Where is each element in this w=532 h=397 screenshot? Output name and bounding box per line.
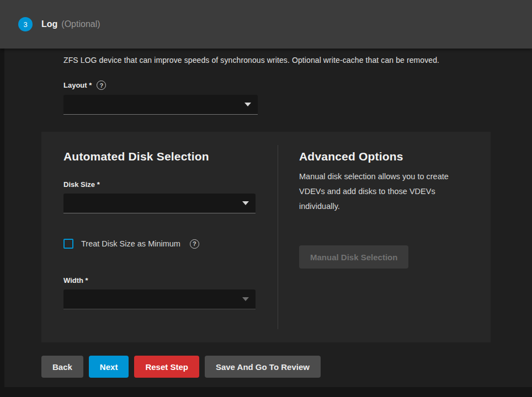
width-select[interactable] bbox=[63, 289, 256, 309]
width-label: Width * bbox=[63, 276, 88, 285]
manual-disk-selection-button[interactable]: Manual Disk Selection bbox=[299, 245, 408, 269]
width-label-row: Width * bbox=[63, 276, 256, 285]
step-actions: Back Next Reset Step Save And Go To Revi… bbox=[41, 356, 491, 378]
disk-size-label: Disk Size * bbox=[63, 180, 100, 189]
advanced-options-description: Manual disk selection allows you to crea… bbox=[299, 169, 469, 213]
layout-field: Layout * ? bbox=[63, 81, 258, 115]
layout-select[interactable] bbox=[63, 95, 258, 115]
advanced-options-panel: Advanced Options Manual disk selection a… bbox=[278, 132, 491, 342]
step-content: ZFS LOG device that can improve speeds o… bbox=[4, 49, 532, 387]
chevron-down-icon bbox=[242, 201, 249, 205]
pool-creation-wizard: 3 Log (Optional) ZFS LOG device that can… bbox=[0, 0, 532, 387]
layout-label: Layout * bbox=[63, 81, 92, 89]
back-button[interactable]: Back bbox=[41, 356, 83, 378]
treat-min-row: Treat Disk Size as Minimum ? bbox=[63, 239, 256, 249]
step-number-badge: 3 bbox=[18, 17, 33, 31]
save-and-go-to-review-button[interactable]: Save And Go To Review bbox=[205, 356, 321, 378]
help-icon[interactable]: ? bbox=[190, 239, 199, 249]
step-description: ZFS LOG device that can improve speeds o… bbox=[63, 56, 491, 65]
advanced-options-title: Advanced Options bbox=[299, 150, 469, 163]
disk-size-label-row: Disk Size * bbox=[63, 180, 256, 189]
stepper-step-header[interactable]: 3 Log (Optional) bbox=[0, 0, 532, 49]
automated-disk-selection-panel: Automated Disk Selection Disk Size * Tre… bbox=[41, 132, 278, 342]
disk-size-select[interactable] bbox=[63, 194, 256, 213]
treat-min-checkbox[interactable] bbox=[63, 239, 73, 249]
disk-selection-card: Automated Disk Selection Disk Size * Tre… bbox=[41, 132, 491, 342]
chevron-down-icon bbox=[244, 103, 251, 106]
reset-step-button[interactable]: Reset Step bbox=[134, 356, 199, 378]
layout-label-row: Layout * ? bbox=[63, 81, 258, 90]
next-button[interactable]: Next bbox=[89, 356, 129, 378]
step-optional-label: (Optional) bbox=[61, 19, 100, 29]
treat-min-label: Treat Disk Size as Minimum bbox=[81, 239, 180, 248]
step-number: 3 bbox=[23, 20, 27, 29]
step-title: Log bbox=[41, 19, 57, 29]
chevron-down-icon bbox=[242, 297, 249, 301]
help-icon[interactable]: ? bbox=[97, 81, 106, 90]
automated-disk-selection-title: Automated Disk Selection bbox=[63, 150, 256, 163]
